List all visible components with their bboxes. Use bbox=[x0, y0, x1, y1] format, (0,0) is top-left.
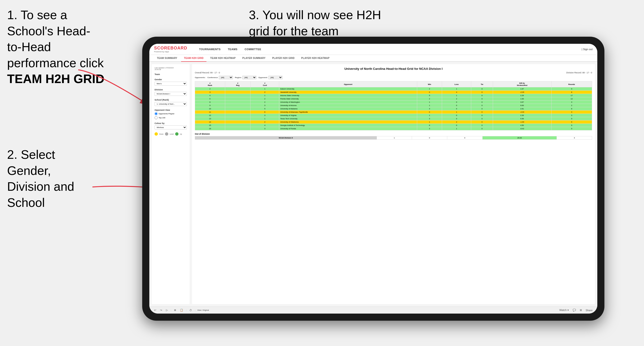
division-record: Division Record: 88 - 17 - 0 bbox=[566, 71, 592, 74]
out-div-tie: 0 bbox=[447, 136, 482, 140]
copy-btn[interactable]: ⊕ bbox=[173, 308, 177, 312]
conference-filter: Conference (All) bbox=[208, 76, 233, 79]
division-select[interactable]: NCAA Division I bbox=[154, 92, 187, 96]
conf-select[interactable]: (All) bbox=[219, 76, 233, 79]
color-legend: Down Level Up bbox=[154, 132, 187, 136]
table-row: 32Vanderbilt University040-2.298 bbox=[195, 91, 592, 94]
school-label: School (Rank) bbox=[154, 99, 187, 101]
main-content: Last Updated: 27/03/2024 16:55:38 Team G… bbox=[149, 62, 597, 307]
table-row: 62Florida State University2201.8312 bbox=[195, 97, 592, 101]
out-of-div-row: NCAA Division II 1 0 0 26.00 3 bbox=[195, 136, 592, 140]
layout-btn[interactable]: ⊞ bbox=[579, 308, 583, 312]
bottom-toolbar: ↩ ↪ ▷ | ⊕ 📋 | ⏱ | View: Original Watch ▾… bbox=[149, 307, 597, 314]
nav-tournaments[interactable]: TOURNAMENTS bbox=[199, 47, 221, 52]
table-row: 41Arizona State University5102.2917 bbox=[195, 94, 592, 97]
team-label: Team bbox=[154, 73, 187, 75]
col-win: Win bbox=[417, 81, 442, 87]
radio-opponents-played[interactable]: Opponents Played bbox=[154, 112, 187, 115]
step1-line2: to-Head performance click bbox=[7, 40, 104, 70]
gender-label: Gender bbox=[154, 78, 187, 81]
share-btn[interactable]: Share bbox=[585, 308, 594, 312]
overall-record: Overall Record: 89 - 17 - 0 bbox=[195, 71, 220, 74]
step2-line2: Division and bbox=[7, 180, 74, 193]
opponent-view-section: Opponent View Opponents Played Top 100 bbox=[154, 109, 187, 119]
step3-line1: 3. You will now see H2H bbox=[249, 8, 381, 22]
instruction-step2: 2. Select Gender, Division and School bbox=[7, 147, 97, 211]
paste-btn[interactable]: 📋 bbox=[179, 308, 184, 312]
colour-section: Colour by Win/loss bbox=[154, 122, 187, 130]
table-row: 154Georgia Institute of Technology6004.5… bbox=[195, 124, 592, 127]
left-panel: Last Updated: 27/03/2024 16:55:38 Team G… bbox=[152, 64, 190, 304]
tab-team-summary[interactable]: TEAM SUMMARY bbox=[154, 55, 180, 62]
colour-select[interactable]: Win/loss bbox=[154, 125, 187, 130]
sep3: | bbox=[195, 309, 195, 311]
nav-teams[interactable]: TEAMS bbox=[228, 47, 238, 52]
table-row: 93University of Arizona1009.002 bbox=[195, 104, 592, 107]
col-diff: Diff AvStrokes/Rnd bbox=[493, 81, 551, 87]
col-reg: #Reg bbox=[225, 81, 250, 87]
step1-line1: 1. To see a School's Head- bbox=[7, 8, 90, 38]
team-section: Team bbox=[154, 73, 187, 75]
filter-row: Opponents: Conference (All) Region (All)… bbox=[195, 76, 592, 79]
watch-btn[interactable]: Watch ▾ bbox=[558, 308, 570, 312]
sep2: | bbox=[186, 309, 186, 311]
col-rounds: Rounds bbox=[551, 81, 592, 87]
col-rank: #Rank bbox=[195, 81, 225, 87]
radio-top100[interactable]: Top 100 bbox=[154, 116, 187, 119]
legend-label-level: Level bbox=[170, 133, 174, 135]
h2h-table: #Rank #Reg #Conf Opponent Win Loss Tie D… bbox=[195, 81, 592, 130]
out-of-division-table: NCAA Division II 1 0 0 26.00 3 bbox=[195, 136, 592, 140]
app-nav-bar: SCOREBOARD Powered by clippi TOURNAMENTS… bbox=[149, 44, 597, 55]
tablet-screen: SCOREBOARD Powered by clippi TOURNAMENTS… bbox=[149, 44, 597, 314]
opponent-view-label: Opponent View bbox=[154, 109, 187, 111]
table-row: 163University of Florida310-6.429 bbox=[195, 127, 592, 130]
table-row: 116University of Arkansas, Fayetteville0… bbox=[195, 111, 592, 114]
col-opponent: Opponent bbox=[279, 81, 417, 87]
tab-player-h2h-heatmap[interactable]: PLAYER H2H HEATMAP bbox=[298, 55, 332, 62]
step2-line1: 2. Select Gender, bbox=[7, 148, 55, 177]
tab-player-summary[interactable]: PLAYER SUMMARY bbox=[240, 55, 268, 62]
grid-records: Overall Record: 89 - 17 - 0 Division Rec… bbox=[195, 71, 592, 74]
sign-out-link[interactable]: | Sign out bbox=[582, 48, 592, 51]
grid-title: University of North Carolina Head-to-Hea… bbox=[195, 67, 592, 71]
clock-btn[interactable]: ⏱ bbox=[188, 308, 193, 312]
out-of-division-label: Out of division bbox=[195, 133, 592, 135]
out-div-rounds: 3 bbox=[557, 136, 592, 140]
table-header-row: #Rank #Reg #Conf Opponent Win Loss Tie D… bbox=[195, 81, 592, 87]
sub-nav-bar: TEAM SUMMARY TEAM H2H GRID TEAM H2H HEAT… bbox=[149, 55, 597, 62]
out-div-name: NCAA Division II bbox=[195, 136, 377, 140]
sep1: | bbox=[171, 309, 171, 311]
opp-select[interactable]: (All) bbox=[268, 76, 282, 79]
out-div-win: 1 bbox=[377, 136, 412, 140]
comment-btn[interactable]: 💬 bbox=[572, 308, 577, 312]
tab-team-h2h-heatmap[interactable]: TEAM H2H HEATMAP bbox=[208, 55, 238, 62]
school-section: School (Rank) 1. University of Nort... bbox=[154, 99, 187, 106]
region-filter: Region (All) bbox=[235, 76, 256, 79]
gender-select[interactable]: Men's bbox=[154, 82, 187, 86]
tab-team-h2h-grid[interactable]: TEAM H2H GRID bbox=[181, 55, 206, 62]
out-div-diff: 26.00 bbox=[482, 136, 557, 140]
redo-btn[interactable]: ↪ bbox=[159, 308, 163, 312]
region-label: Region bbox=[235, 76, 241, 79]
forward-btn[interactable]: ▷ bbox=[165, 308, 169, 312]
out-div-loss: 0 bbox=[412, 136, 447, 140]
toolbar-right: Watch ▾ 💬 ⊞ Share bbox=[558, 308, 594, 312]
col-tie: Tie bbox=[471, 81, 493, 87]
opponent-filter: Opponent (All) bbox=[258, 76, 282, 79]
school-select[interactable]: 1. University of Nort... bbox=[154, 102, 187, 106]
update-date: Last Updated: 27/03/2024 bbox=[154, 67, 174, 69]
opponent-view-radios: Opponents Played Top 100 bbox=[154, 112, 187, 119]
table-row: 21Auburn University2101.679 bbox=[195, 87, 592, 91]
gender-section: Gender Men's bbox=[154, 78, 187, 86]
undo-btn[interactable]: ↩ bbox=[153, 308, 157, 312]
region-select[interactable]: (All) bbox=[242, 76, 256, 79]
legend-label-up: Up bbox=[180, 133, 182, 135]
right-panel: University of North Carolina Head-to-Hea… bbox=[192, 64, 595, 304]
opp-label: Opponent bbox=[258, 76, 267, 79]
filter-opponents-label: Opponents: bbox=[195, 76, 206, 79]
nav-committee[interactable]: COMMITTEE bbox=[244, 47, 262, 52]
conf-label: Conference bbox=[208, 76, 218, 79]
tab-player-h2h-grid[interactable]: PLAYER H2H GRID bbox=[269, 55, 298, 62]
table-row: 105University of Alabama3002.618 bbox=[195, 107, 592, 111]
table-row: 82University of Washington1003.673 bbox=[195, 101, 592, 104]
